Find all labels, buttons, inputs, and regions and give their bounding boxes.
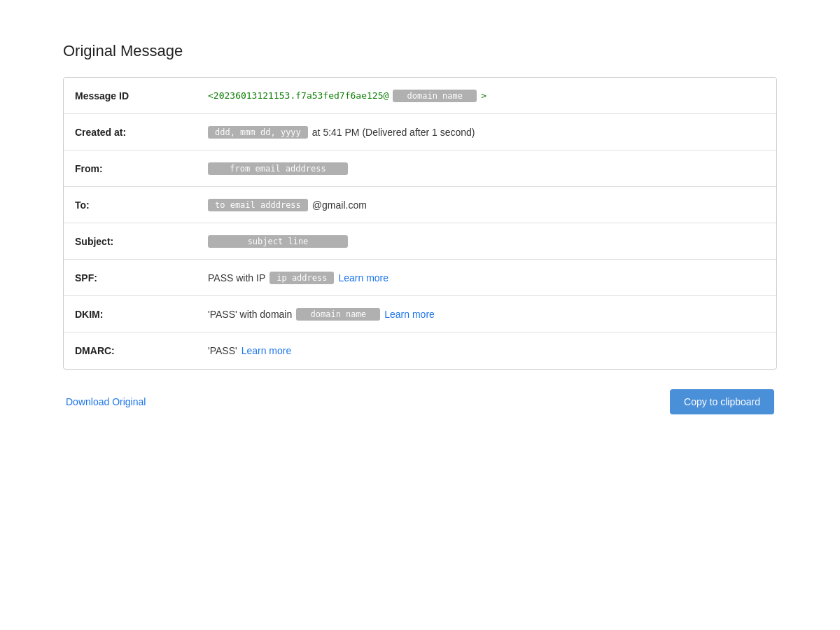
message-id-prefix: <20236013121153.f7a53fed7f6ae125@ <box>208 90 388 101</box>
spf-ip-pill: ip address <box>270 272 334 284</box>
footer-area: Download Original Copy to clipboard <box>63 389 777 414</box>
subject-value: subject line <box>197 227 776 256</box>
spf-pass-text: PASS with IP <box>208 272 265 284</box>
to-value: to email adddress @gmail.com <box>197 190 776 220</box>
subject-label: Subject: <box>64 227 197 255</box>
created-at-value: ddd, mmm dd, yyyy at 5:41 PM (Delivered … <box>197 118 776 147</box>
table-row: DMARC: 'PASS' Learn more <box>64 332 776 369</box>
dmarc-pass-text: 'PASS' <box>208 345 237 356</box>
table-row: DKIM: 'PASS' with domain domain name Lea… <box>64 296 776 332</box>
copy-to-clipboard-button[interactable]: Copy to clipboard <box>670 389 774 414</box>
message-id-label: Message ID <box>64 82 197 110</box>
dmarc-value: 'PASS' Learn more <box>197 337 776 365</box>
created-at-label: Created at: <box>64 118 197 146</box>
from-label: From: <box>64 155 197 183</box>
page-title: Original Message <box>63 42 777 60</box>
created-at-date-pill: ddd, mmm dd, yyyy <box>208 126 308 139</box>
spf-value: PASS with IP ip address Learn more <box>197 263 776 293</box>
message-id-domain-pill: domain name <box>393 90 477 102</box>
spf-label: SPF: <box>64 264 197 292</box>
table-row: Message ID <20236013121153.f7a53fed7f6ae… <box>64 78 776 114</box>
dkim-learn-more-link[interactable]: Learn more <box>384 309 435 320</box>
dkim-pass-text: 'PASS' with domain <box>208 309 292 320</box>
dkim-label: DKIM: <box>64 300 197 328</box>
dkim-value: 'PASS' with domain domain name Learn mor… <box>197 300 776 329</box>
table-row: Subject: subject line <box>64 223 776 260</box>
table-row: To: to email adddress @gmail.com <box>64 187 776 223</box>
to-email-suffix: @gmail.com <box>312 200 367 211</box>
table-row: From: from email adddress <box>64 150 776 187</box>
dmarc-label: DMARC: <box>64 337 197 365</box>
to-email-pill: to email adddress <box>208 199 308 211</box>
from-value: from email adddress <box>197 154 776 183</box>
spf-learn-more-link[interactable]: Learn more <box>338 272 388 284</box>
from-email-pill: from email adddress <box>208 162 348 175</box>
download-original-link[interactable]: Download Original <box>66 396 146 407</box>
dmarc-learn-more-link[interactable]: Learn more <box>241 345 292 356</box>
message-table: Message ID <20236013121153.f7a53fed7f6ae… <box>63 77 777 370</box>
table-row: Created at: ddd, mmm dd, yyyy at 5:41 PM… <box>64 114 776 150</box>
message-id-suffix: > <box>481 90 486 101</box>
subject-pill: subject line <box>208 235 348 248</box>
created-at-time-text: at 5:41 PM (Delivered after 1 second) <box>312 127 475 138</box>
to-label: To: <box>64 191 197 219</box>
page-container: Original Message Message ID <20236013121… <box>35 0 805 456</box>
message-id-value: <20236013121153.f7a53fed7f6ae125@ domain… <box>197 81 776 111</box>
dkim-domain-pill: domain name <box>296 308 380 321</box>
table-row: SPF: PASS with IP ip address Learn more <box>64 260 776 296</box>
